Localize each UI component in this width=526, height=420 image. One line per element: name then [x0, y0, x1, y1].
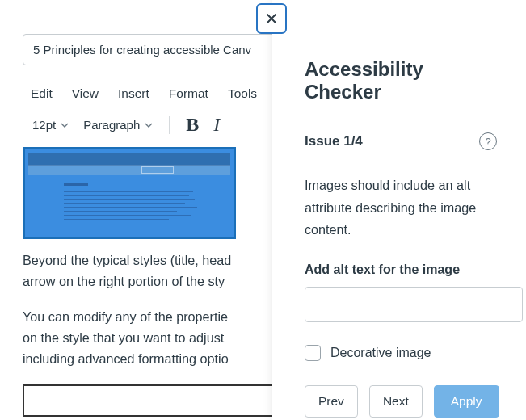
- font-size-dropdown[interactable]: 12pt: [32, 118, 69, 132]
- close-button[interactable]: [256, 3, 287, 34]
- image-chrome: [28, 153, 230, 166]
- block-style-value: Paragraph: [83, 118, 140, 132]
- alt-text-input[interactable]: [305, 287, 523, 322]
- menu-tools[interactable]: Tools: [228, 86, 257, 101]
- menu-edit[interactable]: Edit: [31, 86, 53, 101]
- apply-button[interactable]: Apply: [434, 385, 499, 418]
- accessibility-panel: Accessibility Checker Issue 1/4 ? Images…: [272, 0, 526, 420]
- menu-insert[interactable]: Insert: [118, 86, 149, 101]
- italic-button[interactable]: I: [213, 114, 220, 136]
- menu-view[interactable]: View: [72, 86, 99, 101]
- image-body: [64, 183, 201, 223]
- prev-button[interactable]: Prev: [305, 385, 358, 418]
- decorative-label: Decorative image: [330, 346, 431, 360]
- toolbar-divider: [169, 116, 170, 134]
- help-icon[interactable]: ?: [479, 132, 497, 150]
- alt-text-label: Add alt text for the image: [305, 262, 497, 277]
- chevron-down-icon: [61, 121, 69, 129]
- chevron-down-icon: [145, 121, 153, 129]
- block-style-dropdown[interactable]: Paragraph: [83, 118, 153, 132]
- panel-title: Accessibility Checker: [305, 58, 497, 103]
- issue-description: Images should include an alt attribute d…: [305, 174, 497, 242]
- next-button[interactable]: Next: [369, 385, 423, 418]
- selected-image[interactable]: [23, 147, 236, 239]
- decorative-checkbox[interactable]: [305, 345, 321, 361]
- close-icon: [266, 13, 277, 24]
- bold-button[interactable]: B: [186, 114, 199, 136]
- font-size-value: 12pt: [32, 118, 56, 132]
- image-ribbon: [28, 166, 230, 175]
- menu-format[interactable]: Format: [169, 86, 208, 101]
- issue-counter: Issue 1/4: [305, 133, 363, 149]
